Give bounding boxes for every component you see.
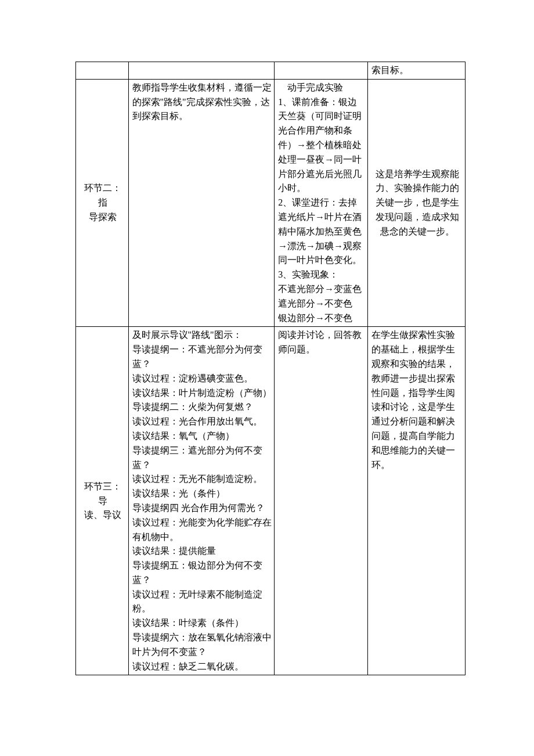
paragraph: 导读提纲六：放在氢氧化钠溶液中叶片为何不变蓝？ — [132, 631, 272, 660]
paragraph: 导读提纲四 光合作用为何需光？ — [132, 501, 272, 516]
design-intent-cell: 在学生做探索性实验的基础上，根据学生观察和实验的结果，教师进一步提出探索性问题，… — [368, 327, 466, 675]
paragraph: 读议结果：提供能量 — [132, 544, 272, 559]
section-label-cell: 环节二：指 导探索 — [76, 79, 129, 327]
paragraph: 导读提纲二：火柴为何复燃？ — [132, 400, 272, 415]
paragraph: 读议过程：光合作用放出氧气。 — [132, 415, 272, 429]
cell: 索目标。 — [368, 62, 466, 80]
paragraph: 读议过程：光能变为化学能贮存在有机物中。 — [132, 516, 272, 545]
paragraph: 动手完成实验 — [278, 81, 365, 95]
section-label-line: 环节三：导 — [80, 480, 126, 509]
paragraph: 1、课前准备：银边天竺葵（可同时证明光合作用产物和条件）→整个植株暗处处理一昼夜… — [278, 95, 365, 196]
paragraph: 导读提纲五：银边部分为何不变蓝？ — [132, 559, 272, 588]
student-activity-cell: 阅读并讨论，回答教师问题。 — [275, 327, 368, 675]
section-label-line: 环节二：指 — [80, 181, 126, 210]
paragraph: 银边部分→不变色 — [278, 311, 365, 326]
paragraph: 及时展示导议"路线"图示： — [132, 328, 272, 343]
paragraph: 读议结果：叶片制造淀粉（产物） — [132, 386, 272, 401]
design-intent-cell: 这是培养学生观察能力、实验操作能力的关键一步，也是学生发现问题，造成求知悬念的关… — [368, 79, 466, 327]
paragraph: 导读提纲三：遮光部分为何不变蓝？ — [132, 444, 272, 473]
teacher-activity-cell: 教师指导学生收集材料，遵循一定的探索"路线"完成探索性实验，达到探索目标。 — [128, 79, 275, 327]
paragraph: 这是培养学生观察能力、实验操作能力的关键一步，也是学生发现问题，造成求知悬念的关… — [371, 167, 463, 239]
paragraph: 3、实验现象： — [278, 268, 365, 282]
paragraph: 读议过程：无叶绿素不能制造淀粉。 — [132, 588, 272, 617]
paragraph: 2、课堂进行：去掉遮光纸片→叶片在酒精中隔水加热至黄色→漂洗→加碘→观察同一叶片… — [278, 196, 365, 268]
paragraph: 读议过程：淀粉遇碘变蓝色。 — [132, 372, 272, 386]
paragraph: 读议过程：缺乏二氧化碳。 — [132, 660, 272, 674]
cell — [76, 62, 129, 80]
cell — [128, 62, 275, 80]
section-label-line: 导探索 — [80, 210, 126, 225]
paragraph: 导读提纲一：不遮光部分为何变蓝？ — [132, 343, 272, 372]
paragraph: 读议结果：叶绿素（条件） — [132, 616, 272, 631]
table-row: 索目标。 — [76, 62, 466, 80]
paragraph: 遮光部分→不变色 — [278, 297, 365, 311]
table-row: 环节二：指 导探索 教师指导学生收集材料，遵循一定的探索"路线"完成探索性实验，… — [76, 79, 466, 327]
section-label-line: 读、导议 — [80, 508, 126, 523]
page: 索目标。 环节二：指 导探索 教师指导学生收集材料，遵循一定的探索"路线"完成探… — [0, 0, 534, 756]
section-label-cell: 环节三：导 读、导议 — [76, 327, 129, 675]
paragraph: 读议结果：氧气（产物） — [132, 429, 272, 444]
table-row: 环节三：导 读、导议 及时展示导议"路线"图示： 导读提纲一：不遮光部分为何变蓝… — [76, 327, 466, 675]
cell — [275, 62, 368, 80]
student-activity-cell: 动手完成实验 1、课前准备：银边天竺葵（可同时证明光合作用产物和条件）→整个植株… — [275, 79, 368, 327]
paragraph: 不遮光部分→变蓝色 — [278, 282, 365, 297]
lesson-plan-table: 索目标。 环节二：指 导探索 教师指导学生收集材料，遵循一定的探索"路线"完成探… — [75, 62, 466, 675]
teacher-activity-cell: 及时展示导议"路线"图示： 导读提纲一：不遮光部分为何变蓝？ 读议过程：淀粉遇碘… — [128, 327, 275, 675]
paragraph: 读议结果：光（条件） — [132, 487, 272, 501]
paragraph: 读议过程：无光不能制造淀粉。 — [132, 472, 272, 487]
